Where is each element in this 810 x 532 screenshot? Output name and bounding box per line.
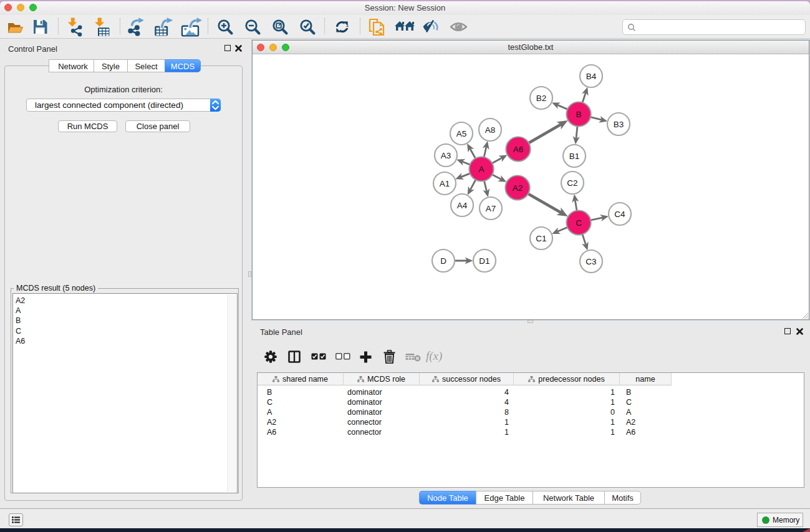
svg-text:B3: B3 <box>614 120 624 129</box>
svg-text:C: C <box>576 218 582 228</box>
svg-text:A2: A2 <box>513 183 523 193</box>
svg-text:B: B <box>576 110 581 119</box>
svg-text:A6: A6 <box>513 145 524 154</box>
svg-text:C1: C1 <box>536 234 546 243</box>
svg-text:C2: C2 <box>567 178 577 188</box>
svg-text:A7: A7 <box>486 204 496 213</box>
svg-text:C4: C4 <box>614 210 625 219</box>
svg-text:A4: A4 <box>457 201 468 210</box>
svg-text:C3: C3 <box>586 257 596 266</box>
svg-text:B2: B2 <box>536 94 547 103</box>
svg-text:A5: A5 <box>456 129 467 138</box>
svg-text:B1: B1 <box>569 152 580 161</box>
svg-text:A: A <box>478 165 484 174</box>
svg-text:D: D <box>440 256 446 266</box>
svg-text:D1: D1 <box>479 256 489 266</box>
svg-text:A1: A1 <box>440 179 450 188</box>
svg-text:A8: A8 <box>485 125 496 135</box>
svg-text:B4: B4 <box>586 72 597 81</box>
svg-text:A3: A3 <box>441 151 451 160</box>
